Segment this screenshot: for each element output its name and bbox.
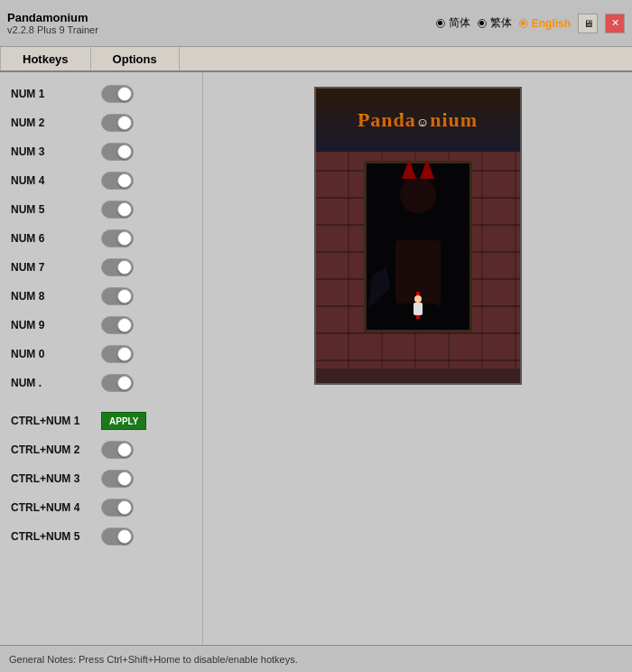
hotkey-row: CTRL+NUM 2 <box>0 435 202 464</box>
lang-simplified[interactable]: 简体 <box>436 15 470 31</box>
toggle-switch[interactable] <box>101 345 134 363</box>
hotkey-row: NUM 6 <box>0 224 202 253</box>
hotkey-row: NUM 3 <box>0 137 202 166</box>
hotkey-label: NUM 7 <box>11 261 101 274</box>
game-title-text: Panda☺nium <box>358 108 478 132</box>
toggle-switch[interactable] <box>101 499 134 517</box>
player-body <box>414 303 423 315</box>
hotkey-row: NUM 5 <box>0 195 202 224</box>
hotkey-row: NUM 4 <box>0 166 202 195</box>
toggle-switch[interactable] <box>101 287 134 305</box>
hotkey-row: NUM 9 <box>0 311 202 340</box>
toggle-knob <box>117 260 132 275</box>
game-title-art: Panda☺nium <box>316 89 520 152</box>
menu-options[interactable]: Options <box>91 47 180 70</box>
hotkey-label: NUM 0 <box>11 348 101 360</box>
toggle-switch[interactable] <box>101 143 134 161</box>
hotkey-row: NUM 8 <box>0 282 202 311</box>
game-image: Panda☺nium <box>314 87 522 385</box>
player-character <box>413 295 423 313</box>
apply-button[interactable]: APPLY <box>101 412 146 430</box>
hotkeys-panel: NUM 1NUM 2NUM 3NUM 4NUM 5NUM 6NUM 7NUM 8… <box>0 72 203 645</box>
hotkey-label: NUM 2 <box>11 117 101 129</box>
toggle-switch[interactable] <box>101 85 134 103</box>
menu-hotkeys-label: Hotkeys <box>23 52 69 66</box>
app-subtitle: v2.2.8 Plus 9 Trainer <box>7 24 436 35</box>
lang-traditional-label: 繁体 <box>490 15 512 31</box>
menu-options-label: Options <box>113 52 157 66</box>
toggle-switch[interactable] <box>101 470 134 488</box>
radio-english <box>519 19 528 28</box>
hotkey-row: CTRL+NUM 5 <box>0 522 202 551</box>
hotkey-label: NUM 4 <box>11 174 101 187</box>
toggle-switch[interactable] <box>101 201 134 219</box>
game-scene <box>316 152 520 385</box>
hotkey-row: CTRL+NUM 1APPLY <box>0 406 202 435</box>
close-button[interactable]: ✕ <box>605 14 625 33</box>
hotkey-row: NUM 0 <box>0 340 202 369</box>
lang-traditional[interactable]: 繁体 <box>478 15 512 31</box>
toggle-knob <box>117 376 132 390</box>
main-content: NUM 1NUM 2NUM 3NUM 4NUM 5NUM 6NUM 7NUM 8… <box>0 72 632 645</box>
menu-hotkeys[interactable]: Hotkeys <box>0 47 91 70</box>
toggle-knob <box>117 289 132 303</box>
hotkey-label: NUM 3 <box>11 145 101 158</box>
title-bar-left: Pandamonium v2.2.8 Plus 9 Trainer <box>7 11 436 35</box>
hotkey-label: NUM . <box>11 377 101 389</box>
hotkey-row: NUM 2 <box>0 108 202 137</box>
demon-horn-left <box>402 159 416 179</box>
radio-traditional <box>478 19 487 28</box>
hotkey-label: CTRL+NUM 1 <box>11 415 101 427</box>
lang-simplified-label: 简体 <box>449 15 470 31</box>
toggle-switch[interactable] <box>101 316 134 334</box>
hotkey-row: NUM 7 <box>0 253 202 282</box>
toggle-knob <box>117 87 132 101</box>
hotkey-label: CTRL+NUM 2 <box>11 443 101 456</box>
hotkey-label: NUM 6 <box>11 232 101 245</box>
toggle-knob <box>117 202 132 217</box>
player-head <box>414 295 422 303</box>
toggle-switch[interactable] <box>101 441 134 459</box>
toggle-switch[interactable] <box>101 374 134 392</box>
demon-figure <box>382 177 454 294</box>
demon-head <box>400 177 436 213</box>
toggle-knob <box>117 116 132 130</box>
status-bar: General Notes: Press Ctrl+Shift+Home to … <box>0 645 632 672</box>
toggle-switch[interactable] <box>101 114 134 132</box>
hotkey-label: CTRL+NUM 4 <box>11 501 101 514</box>
toggle-switch[interactable] <box>101 172 134 190</box>
toggle-knob <box>117 529 132 544</box>
hotkey-label: NUM 8 <box>11 290 101 303</box>
hotkey-row: CTRL+NUM 3 <box>0 464 202 493</box>
options-panel: Panda☺nium <box>203 72 632 645</box>
toggle-knob <box>117 318 132 332</box>
status-text: General Notes: Press Ctrl+Shift+Home to … <box>9 654 298 665</box>
toggle-knob <box>117 231 132 246</box>
app-title: Pandamonium <box>7 11 436 24</box>
hotkey-label: CTRL+NUM 5 <box>11 530 101 543</box>
toggle-switch[interactable] <box>101 527 134 546</box>
toggle-knob <box>117 347 132 361</box>
radio-simplified <box>436 19 445 28</box>
toggle-knob <box>117 173 132 188</box>
hotkey-row: NUM . <box>0 369 202 397</box>
toggle-knob <box>117 443 132 457</box>
hotkey-label: NUM 5 <box>11 203 101 216</box>
doorway <box>364 161 472 332</box>
lang-english[interactable]: English <box>519 17 571 30</box>
toggle-knob <box>117 145 132 159</box>
hotkey-label: CTRL+NUM 3 <box>11 472 101 485</box>
title-bar-right: 简体 繁体 English 🖥 ✕ <box>436 14 625 33</box>
toggle-switch[interactable] <box>101 229 134 247</box>
title-bar: Pandamonium v2.2.8 Plus 9 Trainer 简体 繁体 … <box>0 0 632 47</box>
hotkey-label: NUM 9 <box>11 319 101 331</box>
lang-english-label: English <box>532 17 571 30</box>
scene-floor <box>316 369 520 385</box>
minimize-button[interactable]: 🖥 <box>578 14 598 33</box>
hotkey-label: NUM 1 <box>11 88 101 100</box>
toggle-knob <box>117 471 132 486</box>
toggle-switch[interactable] <box>101 258 134 276</box>
demon-horn-right <box>420 159 434 179</box>
toggle-knob <box>117 500 132 515</box>
demon-wing-left <box>368 267 391 308</box>
